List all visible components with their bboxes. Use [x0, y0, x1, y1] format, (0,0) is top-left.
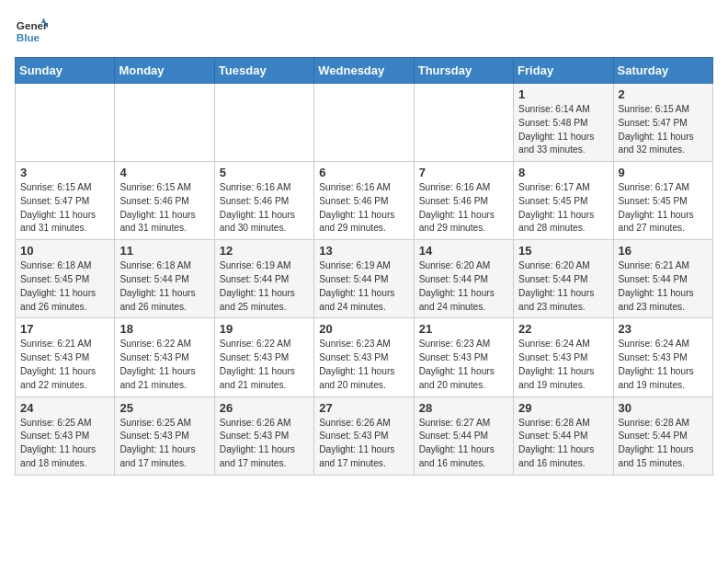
day-number: 22 [518, 322, 608, 336]
day-info: Sunrise: 6:26 AM Sunset: 5:43 PM Dayligh… [220, 417, 309, 471]
day-info: Sunrise: 6:28 AM Sunset: 5:44 PM Dayligh… [619, 417, 708, 471]
calendar-cell: 16Sunrise: 6:21 AM Sunset: 5:44 PM Dayli… [613, 240, 712, 318]
calendar-cell: 25Sunrise: 6:25 AM Sunset: 5:43 PM Dayli… [115, 396, 214, 475]
weekday-header-friday: Friday [514, 58, 613, 84]
day-number: 18 [119, 322, 209, 336]
calendar-cell: 13Sunrise: 6:19 AM Sunset: 5:44 PM Dayli… [314, 240, 414, 318]
day-number: 16 [619, 244, 708, 258]
day-info: Sunrise: 6:26 AM Sunset: 5:43 PM Dayligh… [319, 417, 408, 471]
day-info: Sunrise: 6:20 AM Sunset: 5:44 PM Dayligh… [419, 259, 508, 314]
day-number: 17 [20, 322, 109, 336]
logo: General Blue [15, 15, 48, 48]
calendar-cell: 9Sunrise: 6:17 AM Sunset: 5:45 PM Daylig… [613, 162, 712, 240]
day-info: Sunrise: 6:23 AM Sunset: 5:43 PM Dayligh… [319, 338, 408, 392]
day-number: 24 [20, 401, 109, 415]
day-info: Sunrise: 6:22 AM Sunset: 5:43 PM Dayligh… [220, 338, 309, 392]
day-info: Sunrise: 6:25 AM Sunset: 5:43 PM Dayligh… [20, 417, 109, 471]
day-info: Sunrise: 6:21 AM Sunset: 5:43 PM Dayligh… [20, 338, 109, 392]
day-info: Sunrise: 6:18 AM Sunset: 5:45 PM Dayligh… [20, 259, 109, 314]
day-number: 10 [20, 244, 109, 258]
calendar-cell: 18Sunrise: 6:22 AM Sunset: 5:43 PM Dayli… [115, 318, 214, 396]
day-number: 7 [419, 166, 508, 179]
calendar-cell: 11Sunrise: 6:18 AM Sunset: 5:44 PM Dayli… [115, 240, 214, 318]
calendar-cell: 26Sunrise: 6:26 AM Sunset: 5:43 PM Dayli… [214, 396, 313, 475]
day-number: 11 [119, 244, 209, 258]
logo-icon: General Blue [15, 15, 48, 48]
day-number: 19 [220, 322, 309, 336]
day-number: 28 [419, 401, 508, 415]
day-info: Sunrise: 6:24 AM Sunset: 5:43 PM Dayligh… [518, 338, 608, 392]
weekday-header-wednesday: Wednesday [314, 58, 414, 84]
calendar-cell: 27Sunrise: 6:26 AM Sunset: 5:43 PM Dayli… [314, 396, 414, 475]
day-info: Sunrise: 6:27 AM Sunset: 5:44 PM Dayligh… [419, 417, 508, 471]
day-number: 6 [319, 166, 408, 179]
day-number: 2 [619, 87, 708, 101]
day-number: 21 [419, 322, 508, 336]
day-number: 8 [518, 166, 608, 179]
day-info: Sunrise: 6:22 AM Sunset: 5:43 PM Dayligh… [119, 338, 209, 392]
calendar-cell: 7Sunrise: 6:16 AM Sunset: 5:46 PM Daylig… [414, 162, 513, 240]
weekday-header-thursday: Thursday [414, 58, 513, 84]
day-info: Sunrise: 6:17 AM Sunset: 5:45 PM Dayligh… [518, 181, 608, 236]
day-number: 27 [319, 401, 408, 415]
calendar-cell: 17Sunrise: 6:21 AM Sunset: 5:43 PM Dayli… [16, 318, 115, 396]
day-info: Sunrise: 6:24 AM Sunset: 5:43 PM Dayligh… [619, 338, 708, 392]
day-number: 3 [20, 166, 109, 179]
day-number: 29 [518, 401, 608, 415]
calendar-cell: 19Sunrise: 6:22 AM Sunset: 5:43 PM Dayli… [214, 318, 313, 396]
calendar-cell: 22Sunrise: 6:24 AM Sunset: 5:43 PM Dayli… [514, 318, 613, 396]
day-number: 20 [319, 322, 408, 336]
weekday-header-monday: Monday [115, 58, 214, 84]
calendar-cell: 12Sunrise: 6:19 AM Sunset: 5:44 PM Dayli… [214, 240, 313, 318]
day-info: Sunrise: 6:23 AM Sunset: 5:43 PM Dayligh… [419, 338, 508, 392]
day-number: 12 [220, 244, 309, 258]
day-info: Sunrise: 6:17 AM Sunset: 5:45 PM Dayligh… [619, 181, 708, 236]
calendar-cell: 5Sunrise: 6:16 AM Sunset: 5:46 PM Daylig… [214, 162, 313, 240]
day-number: 9 [619, 166, 708, 179]
weekday-header-saturday: Saturday [613, 58, 712, 84]
calendar-cell [314, 84, 414, 162]
calendar-cell: 2Sunrise: 6:15 AM Sunset: 5:47 PM Daylig… [613, 84, 712, 162]
calendar-cell [414, 84, 513, 162]
page-header: General Blue [15, 15, 713, 48]
day-info: Sunrise: 6:21 AM Sunset: 5:44 PM Dayligh… [619, 259, 708, 314]
calendar-cell: 30Sunrise: 6:28 AM Sunset: 5:44 PM Dayli… [613, 396, 712, 475]
day-info: Sunrise: 6:15 AM Sunset: 5:47 PM Dayligh… [20, 181, 109, 236]
day-number: 26 [220, 401, 309, 415]
day-number: 4 [119, 166, 209, 179]
calendar-cell: 20Sunrise: 6:23 AM Sunset: 5:43 PM Dayli… [314, 318, 414, 396]
calendar-cell: 29Sunrise: 6:28 AM Sunset: 5:44 PM Dayli… [514, 396, 613, 475]
calendar-cell: 3Sunrise: 6:15 AM Sunset: 5:47 PM Daylig… [16, 162, 115, 240]
day-number: 13 [319, 244, 408, 258]
calendar-cell: 1Sunrise: 6:14 AM Sunset: 5:48 PM Daylig… [514, 84, 613, 162]
svg-text:Blue: Blue [17, 31, 40, 43]
calendar-cell: 10Sunrise: 6:18 AM Sunset: 5:45 PM Dayli… [16, 240, 115, 318]
calendar-cell: 8Sunrise: 6:17 AM Sunset: 5:45 PM Daylig… [514, 162, 613, 240]
calendar-cell: 21Sunrise: 6:23 AM Sunset: 5:43 PM Dayli… [414, 318, 513, 396]
calendar-cell: 4Sunrise: 6:15 AM Sunset: 5:46 PM Daylig… [115, 162, 214, 240]
calendar-cell: 24Sunrise: 6:25 AM Sunset: 5:43 PM Dayli… [16, 396, 115, 475]
day-info: Sunrise: 6:15 AM Sunset: 5:47 PM Dayligh… [619, 103, 708, 157]
day-info: Sunrise: 6:28 AM Sunset: 5:44 PM Dayligh… [518, 417, 608, 471]
day-info: Sunrise: 6:16 AM Sunset: 5:46 PM Dayligh… [319, 181, 408, 236]
day-info: Sunrise: 6:15 AM Sunset: 5:46 PM Dayligh… [119, 181, 209, 236]
day-number: 15 [518, 244, 608, 258]
calendar-cell [16, 84, 115, 162]
day-number: 23 [619, 322, 708, 336]
day-info: Sunrise: 6:16 AM Sunset: 5:46 PM Dayligh… [220, 181, 309, 236]
calendar-cell [214, 84, 313, 162]
calendar-table: SundayMondayTuesdayWednesdayThursdayFrid… [15, 57, 713, 476]
calendar-cell: 28Sunrise: 6:27 AM Sunset: 5:44 PM Dayli… [414, 396, 513, 475]
calendar-cell [115, 84, 214, 162]
weekday-header-tuesday: Tuesday [214, 58, 313, 84]
day-info: Sunrise: 6:16 AM Sunset: 5:46 PM Dayligh… [419, 181, 508, 236]
day-info: Sunrise: 6:25 AM Sunset: 5:43 PM Dayligh… [119, 417, 209, 471]
day-number: 5 [220, 166, 309, 179]
calendar-cell: 14Sunrise: 6:20 AM Sunset: 5:44 PM Dayli… [414, 240, 513, 318]
day-number: 30 [619, 401, 708, 415]
weekday-header-sunday: Sunday [16, 58, 115, 84]
day-info: Sunrise: 6:14 AM Sunset: 5:48 PM Dayligh… [518, 103, 608, 157]
day-info: Sunrise: 6:18 AM Sunset: 5:44 PM Dayligh… [119, 259, 209, 314]
day-number: 14 [419, 244, 508, 258]
calendar-cell: 23Sunrise: 6:24 AM Sunset: 5:43 PM Dayli… [613, 318, 712, 396]
